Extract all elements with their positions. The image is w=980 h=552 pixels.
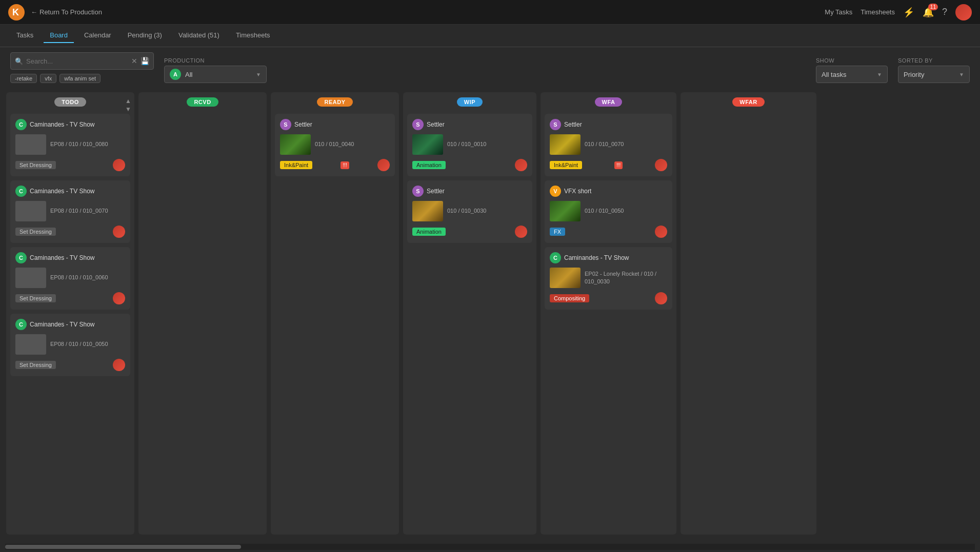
production-select[interactable]: A All ▼ (164, 66, 267, 83)
task-type-badge: Ink&Paint (550, 161, 582, 169)
search-box[interactable]: 🔍 ✕ 💾 (10, 52, 154, 70)
col-scroll-up-todo[interactable]: ▲ (125, 97, 131, 105)
board-scrollbar-thumb[interactable] (5, 545, 241, 549)
show-select[interactable]: All tasks ▼ (816, 66, 888, 83)
my-tasks-link[interactable]: My Tasks (825, 8, 852, 16)
task-card[interactable]: CCaminandes - TV ShowEP08 / 010 / 010_00… (10, 314, 130, 376)
notifications-badge[interactable]: 🔔 11 (923, 7, 934, 18)
assignee-avatar (377, 159, 390, 171)
svg-text:K: K (12, 7, 19, 17)
task-card[interactable]: CCaminandes - TV ShowEP08 / 010 / 010_00… (10, 180, 130, 243)
task-type-badge: Set Dressing (15, 161, 56, 169)
task-card[interactable]: CCaminandes - TV ShowEP02 - Lonely Rocke… (545, 247, 672, 310)
board-col-wip: WIPSSettler010 / 010_0010AnimationSSettl… (403, 92, 536, 535)
card-entity-title: Caminandes - TV Show (30, 321, 95, 328)
card-entity-title: Settler (564, 121, 582, 128)
tab-validated[interactable]: Validated (51) (172, 28, 226, 43)
card-entity-title: Caminandes - TV Show (30, 188, 95, 195)
task-card[interactable]: SSettler010 / 010_0040Ink&Paint!!! (275, 114, 395, 176)
priority-icon: !!! (341, 161, 349, 169)
col-header-rcvd: RCVD (138, 92, 267, 112)
production-filter: PRODUCTION A All ▼ (164, 57, 267, 83)
search-save-icon[interactable]: 💾 (141, 57, 149, 65)
task-card[interactable]: CCaminandes - TV ShowEP08 / 010 / 010_00… (10, 114, 130, 176)
task-card[interactable]: SSettler010 / 010_0030Animation (407, 180, 532, 243)
topnav: K ← Return To Production My Tasks Timesh… (0, 0, 980, 25)
card-thumbnail (412, 134, 443, 155)
task-card[interactable]: SSettler010 / 010_0010Animation (407, 114, 532, 176)
card-thumbnail (550, 268, 581, 288)
board-area: ▲▼TODOCCaminandes - TV ShowEP08 / 010 / … (0, 88, 980, 544)
sortby-select[interactable]: Priority ▼ (898, 66, 970, 83)
card-thumbnail (280, 134, 311, 155)
card-episode: EP08 / 010 / 010_0080 (50, 140, 108, 148)
card-footer: Set Dressing (15, 359, 125, 371)
tab-board[interactable]: Board (44, 28, 74, 43)
card-thumbnail (15, 201, 46, 221)
timesheets-link[interactable]: Timesheets (861, 8, 895, 16)
back-label: Return To Production (39, 8, 102, 16)
tab-calendar[interactable]: Calendar (78, 28, 117, 43)
card-episode: EP08 / 010 / 010_0070 (50, 207, 108, 215)
task-card[interactable]: SSettler010 / 010_0070Ink&Paint!!! (545, 114, 672, 176)
help-icon[interactable]: ? (942, 7, 947, 17)
card-footer: Ink&Paint!!! (550, 159, 667, 171)
task-type-badge: Animation (412, 228, 446, 236)
card-info: EP08 / 010 / 010_0050 (50, 334, 108, 355)
tags-row: -retake vfx wfa anim set (10, 74, 154, 83)
search-input[interactable] (26, 57, 128, 65)
task-type-badge: Set Dressing (15, 294, 56, 302)
col-badge-wfa: WFA (595, 97, 623, 107)
tag-retake[interactable]: -retake (10, 74, 37, 83)
show-filter: SHOW All tasks ▼ (816, 57, 888, 83)
col-scroll-down-todo[interactable]: ▼ (125, 106, 131, 113)
card-body: 010 / 010_0070 (550, 134, 667, 155)
search-clear-icon[interactable]: ✕ (131, 57, 137, 65)
tag-vfx[interactable]: vfx (40, 74, 56, 83)
board-col-ready: READYSSettler010 / 010_0040Ink&Paint!!! (271, 92, 399, 535)
tab-timesheets[interactable]: Timesheets (230, 28, 276, 43)
card-episode: 010 / 010_0040 (315, 140, 354, 148)
card-entity-title: Settler (427, 121, 445, 128)
task-type-badge: Ink&Paint (280, 161, 312, 169)
task-type-badge: Compositing (550, 294, 589, 302)
assignee-avatar (113, 226, 125, 238)
assignee-avatar (655, 292, 667, 304)
card-episode: 010 / 010_0050 (585, 207, 624, 215)
card-thumbnail (15, 268, 46, 288)
task-type-badge: FX (550, 228, 565, 236)
task-card[interactable]: CCaminandes - TV ShowEP08 / 010 / 010_00… (10, 247, 130, 310)
col-header-wfa: WFA (541, 92, 676, 112)
card-episode: 010 / 010_0010 (447, 140, 486, 148)
col-scroll-todo: CCaminandes - TV ShowEP08 / 010 / 010_00… (6, 112, 134, 535)
col-badge-todo: TODO (54, 97, 86, 107)
col-badge-wfar: WFAR (732, 97, 764, 107)
card-footer: Ink&Paint!!! (280, 159, 390, 171)
user-avatar[interactable] (955, 4, 972, 21)
lightning-icon[interactable]: ⚡ (903, 7, 914, 18)
card-info: 010 / 010_0040 (315, 134, 354, 155)
card-header: SSettler (412, 119, 527, 130)
task-type-badge: Animation (412, 161, 446, 169)
card-episode: EP08 / 010 / 010_0050 (50, 340, 108, 348)
priority-icon: !!! (614, 161, 623, 169)
card-episode: EP02 - Lonely Rocket / 010 / 010_0030 (585, 270, 667, 286)
task-card[interactable]: VVFX short010 / 010_0050FX (545, 180, 672, 243)
board-col-todo: ▲▼TODOCCaminandes - TV ShowEP08 / 010 / … (6, 92, 134, 535)
card-footer: Set Dressing (15, 226, 125, 238)
back-button[interactable]: ← Return To Production (31, 8, 102, 16)
assignee-avatar (515, 159, 527, 171)
tag-wfa-anim-set[interactable]: wfa anim set (59, 74, 101, 83)
card-info: EP08 / 010 / 010_0080 (50, 134, 108, 155)
card-body: EP08 / 010 / 010_0070 (15, 201, 125, 221)
tab-tasks[interactable]: Tasks (10, 28, 39, 43)
board-col-rcvd: RCVD (138, 92, 267, 535)
tab-bar: Tasks Board Calendar Pending (3) Validat… (0, 25, 980, 47)
tab-pending[interactable]: Pending (3) (122, 28, 168, 43)
card-header: CCaminandes - TV Show (15, 319, 125, 330)
col-header-ready: READY (271, 92, 399, 112)
col-scroll-wfa: SSettler010 / 010_0070Ink&Paint!!!VVFX s… (541, 112, 676, 535)
card-body: EP08 / 010 / 010_0050 (15, 334, 125, 355)
board-scrollbar[interactable] (5, 544, 975, 550)
card-thumbnail (412, 201, 443, 221)
